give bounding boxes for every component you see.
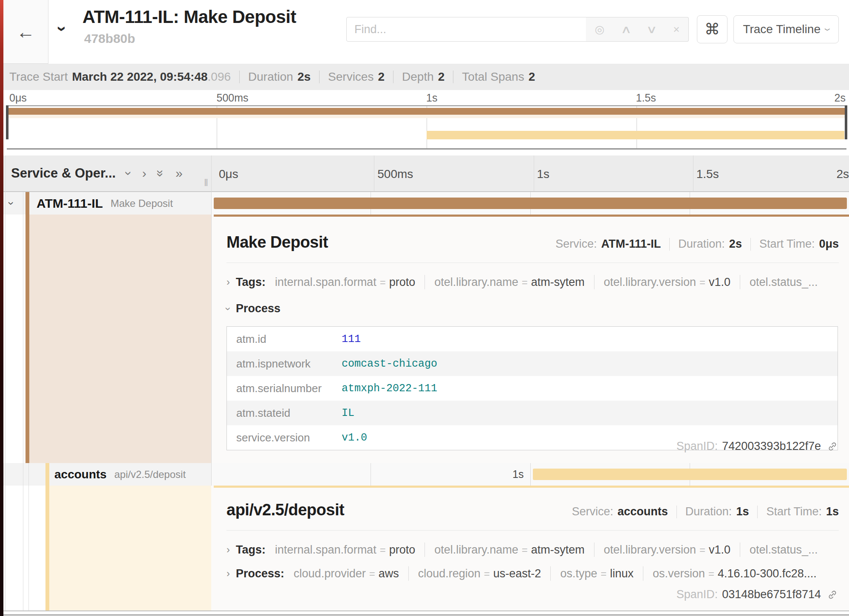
service-operation-header: Service & Oper... › › » »	[3, 155, 211, 191]
process-kv-table: atm.id111 atm.ispnetworkcomcast-chicago …	[226, 326, 838, 450]
divider	[226, 263, 839, 263]
span-id-row: SpanID: 03148be6751f8714	[676, 588, 838, 601]
kv-row: atm.id111	[227, 327, 838, 351]
chevron-right-icon: ›	[226, 276, 230, 288]
gridline	[693, 155, 693, 191]
depth-label: Depth	[402, 70, 434, 84]
duration-label: Duration	[248, 70, 293, 84]
detail-gutter	[3, 215, 211, 463]
kv-row: atm.stateidIL	[227, 401, 838, 425]
divider	[28, 463, 29, 486]
chevron-down-icon[interactable]: ∨	[646, 24, 657, 35]
minimap-left-scrub-handle[interactable]	[6, 105, 8, 139]
detail-accent-bar	[214, 486, 849, 488]
detail-content: api/v2.5/deposit Service:accounts Durati…	[211, 486, 849, 610]
trace-summary-bar: Trace Start March 22 2022, 09:54:48.096 …	[3, 64, 849, 90]
gridline	[534, 155, 534, 191]
span-row-track[interactable]: 1s	[211, 463, 849, 486]
gridline	[371, 463, 371, 486]
chevron-down-icon: ›	[222, 307, 234, 311]
trace-id: 478b80b	[84, 31, 135, 46]
trace-view-label: Trace Timeline	[743, 23, 821, 36]
detail-tint	[49, 486, 211, 610]
tags-row[interactable]: › Tags: internal.span.format=proto otel.…	[226, 543, 839, 557]
span-detail-accounts: api/v2.5/deposit Service:accounts Durati…	[3, 486, 849, 610]
trace-start-label: Trace Start	[9, 70, 68, 84]
kv-row: atm.serialnumberatmxph-2022-111	[227, 376, 838, 401]
column-divider[interactable]	[211, 155, 212, 486]
span-id-row: SpanID: 742003393b122f7e	[676, 440, 838, 453]
total-spans-label: Total Spans	[462, 70, 524, 84]
close-icon[interactable]: ×	[673, 24, 679, 35]
divider	[23, 486, 23, 610]
divider	[28, 486, 29, 610]
link-icon[interactable]	[827, 441, 838, 452]
detail-tint	[29, 215, 211, 463]
span-bar[interactable]	[214, 198, 847, 209]
span-row-name-cell[interactable]: › ATM-111-IL Make Deposit	[3, 192, 211, 215]
trace-page: ← › ATM-111-IL: Make Deposit 478b80b ◎ ∧…	[0, 0, 849, 616]
minimap-tick-labels: 0μs 500ms 1s 1.5s 2s	[7, 92, 846, 105]
minimap-graph[interactable]	[7, 105, 846, 150]
collapse-one-icon[interactable]: ›	[122, 171, 135, 175]
expand-all-icon[interactable]: »	[175, 167, 183, 180]
process-row[interactable]: › Process: cloud.provider=aws cloud.regi…	[226, 566, 839, 581]
divider	[239, 71, 240, 83]
window-edge-decoration	[0, 0, 3, 616]
divider	[23, 192, 23, 215]
gridline	[374, 155, 374, 191]
total-spans-value: 2	[529, 70, 535, 84]
divider	[393, 71, 393, 83]
minimap-right-scrub-handle[interactable]	[845, 105, 847, 139]
span-operation-name: Make Deposit	[110, 198, 173, 209]
detail-title: api/v2.5/deposit	[226, 501, 344, 519]
service-operation-title: Service & Oper...	[11, 166, 116, 181]
detail-meta: Service:accounts Duration:1s Start Time:…	[572, 505, 839, 518]
span-guide-bar	[25, 215, 29, 463]
trace-start-ms: .096	[208, 70, 231, 83]
link-icon[interactable]	[827, 589, 838, 600]
span-color-bar	[45, 463, 49, 486]
expand-one-icon[interactable]: ›	[142, 167, 146, 180]
locate-icon[interactable]: ◎	[595, 24, 605, 35]
divider	[319, 71, 320, 83]
back-arrow-icon: ←	[17, 21, 35, 42]
detail-content: Make Deposit Service:ATM-111-IL Duration…	[211, 215, 849, 463]
divider	[23, 215, 23, 463]
divider	[23, 463, 23, 486]
detail-meta: Service:ATM-111-IL Duration:2s Start Tim…	[555, 237, 839, 251]
span-row-atm[interactable]: › ATM-111-IL Make Deposit	[3, 192, 849, 215]
command-icon: ⌘	[705, 20, 720, 38]
span-detail-atm: Make Deposit Service:ATM-111-IL Duration…	[3, 215, 849, 463]
process-section-header[interactable]: › Process	[226, 302, 839, 315]
span-guide-bar	[45, 486, 49, 610]
chevron-down-icon[interactable]: ›	[5, 201, 18, 205]
detail-gutter	[3, 486, 211, 610]
divider	[453, 71, 453, 83]
services-label: Services	[328, 70, 374, 84]
trace-header: ← › ATM-111-IL: Make Deposit 478b80b ◎ ∧…	[3, 0, 849, 64]
timeline-minimap[interactable]: 0μs 500ms 1s 1.5s 2s	[3, 90, 849, 150]
span-bar[interactable]	[533, 469, 847, 480]
collapse-all-icon[interactable]: »	[155, 170, 167, 177]
span-service-name: ATM-111-IL	[37, 196, 103, 211]
span-row-accounts[interactable]: accounts api/v2.5/deposit 1s	[3, 463, 849, 486]
gridline	[530, 463, 531, 486]
span-service-name: accounts	[54, 468, 107, 481]
collapse-trace-chevron-icon[interactable]: ›	[54, 26, 71, 31]
column-resize-handle[interactable]: ‖	[204, 177, 209, 189]
minimap-span-bar-1-shadow	[8, 115, 845, 118]
span-row-track[interactable]	[211, 192, 849, 215]
table-left-border	[5, 155, 6, 610]
back-button[interactable]: ←	[3, 0, 48, 64]
chevron-right-icon: ›	[226, 544, 230, 556]
keyboard-shortcuts-button[interactable]: ⌘	[697, 15, 727, 43]
detail-title: Make Deposit	[226, 233, 328, 251]
trace-view-selector[interactable]: Trace Timeline ›	[733, 15, 839, 43]
trace-start-value: March 22 2022, 09:54:48.096	[72, 70, 231, 84]
find-input[interactable]	[346, 17, 586, 42]
tags-row[interactable]: › Tags: internal.span.format=proto otel.…	[226, 275, 839, 289]
chevron-down-icon: ›	[821, 28, 835, 31]
span-row-name-cell[interactable]: accounts api/v2.5/deposit	[3, 463, 211, 486]
chevron-up-icon[interactable]: ∧	[620, 24, 632, 35]
